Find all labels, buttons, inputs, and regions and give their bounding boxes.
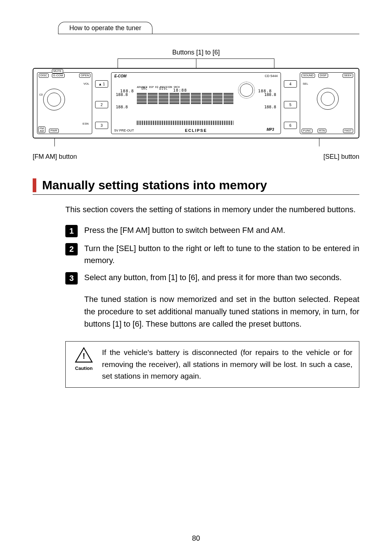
page-number: 80 <box>0 534 392 542</box>
radio-diagram: Buttons [1] to [6] MUTE DISC E-COM OPEN … <box>33 49 359 161</box>
rtn-button[interactable]: RTN <box>318 129 326 133</box>
preset-column-right: 4 5 6 <box>284 72 297 134</box>
seek-button[interactable]: SEEK <box>343 73 353 78</box>
preset-button-3[interactable]: 3 <box>95 122 108 129</box>
preset-button-6[interactable]: 6 <box>284 122 297 129</box>
fm-am-button[interactable]: FM AM <box>38 126 45 133</box>
open-button[interactable]: OPEN <box>79 73 90 78</box>
step-text-2: Turn the [SEL] button to the right or le… <box>84 242 359 266</box>
ecom-button[interactable]: E-COM <box>52 73 65 78</box>
section-accent-bar <box>33 178 36 192</box>
preset-button-4[interactable]: 4 <box>284 80 297 88</box>
lcd-freq-2: 188.8 <box>116 92 128 97</box>
lcd-tags: ADVANCE DSP EQ POSITION SRCH <box>137 86 180 89</box>
sel-label: SEL <box>302 82 309 86</box>
preset-button-5[interactable]: 5 <box>284 101 297 108</box>
disc-button[interactable]: DISC <box>39 73 49 78</box>
mute-button[interactable]: MUTE <box>52 69 63 73</box>
step-2: 2 Turn the [SEL] button to the right or … <box>65 242 359 266</box>
disp-button[interactable]: DISP <box>318 73 328 78</box>
car-stereo-faceplate: MUTE DISC E-COM OPEN VOL CD ESN FM AM PW… <box>33 68 359 138</box>
section-heading: Manually setting stations into memory <box>33 178 359 195</box>
step-text-3: Select any button, from [1] to [6], and … <box>84 271 359 284</box>
caution-label: Caution <box>72 366 95 371</box>
left-control-panel: MUTE DISC E-COM OPEN VOL CD ESN FM AM PW… <box>37 72 92 134</box>
spectrum-analyzer <box>137 93 233 104</box>
fast-button[interactable]: FAST <box>343 129 353 133</box>
lcd-r2: 188.8 <box>264 92 276 97</box>
eclipse-logo: ECLIPSE <box>185 128 207 133</box>
preout-label: 5V PRE-OUT <box>114 129 134 132</box>
preset-button-1[interactable]: ▲ 1 <box>95 80 108 88</box>
vol-label: VOL <box>82 82 90 86</box>
caution-text: If the vehicle's battery is disconnected… <box>102 347 352 382</box>
section-intro: This section covers the setting of stati… <box>65 203 359 215</box>
header-tab-wrap: How to operate the tuner <box>58 22 359 34</box>
step-1: 1 Press the [FM AM] button to switch bet… <box>65 224 359 237</box>
step-number-3: 3 <box>65 272 78 284</box>
sel-knob[interactable] <box>317 88 339 110</box>
volume-knob[interactable] <box>43 89 65 110</box>
sun-icon <box>240 84 253 97</box>
model-label: CD 5444 <box>265 74 278 78</box>
step-text-1: Press the [FM AM] button to switch betwe… <box>84 224 359 237</box>
diagram-top-label: Buttons [1] to [6] <box>33 49 359 56</box>
diagram-right-label: [SEL] button <box>323 153 359 161</box>
cd-label: CD <box>38 93 44 96</box>
preset-button-2[interactable]: 2 <box>95 101 108 108</box>
svg-text:!: ! <box>82 351 85 360</box>
brand-label: E-COM <box>114 74 126 78</box>
lcd-dot-matrix <box>137 121 233 125</box>
caution-box: ! Caution If the vehicle's battery is di… <box>65 341 359 388</box>
esn-label: ESN <box>82 122 90 126</box>
preset-column-left: ▲ 1 2 3 <box>95 72 108 134</box>
header-tab: How to operate the tuner <box>58 22 152 34</box>
pwr-button[interactable]: PWR <box>49 129 59 133</box>
diagram-left-label: [FM AM] button <box>33 153 77 161</box>
step-number-1: 1 <box>65 225 78 237</box>
step-3: 3 Select any button, from [1] to [6], an… <box>65 271 359 284</box>
step-number-2: 2 <box>65 243 78 255</box>
mp3-label: MP3 <box>266 128 274 132</box>
lcd-freq-3: 188.8 <box>116 105 128 109</box>
section-title: Manually setting stations into memory <box>42 178 267 192</box>
lcd-screen: E-COM CD 5444 188.8 SRC DISC 18:88 188.8… <box>111 72 281 134</box>
sound-button[interactable]: SOUND <box>302 73 315 78</box>
result-paragraph: The tuned station is now memorized and s… <box>84 293 359 330</box>
caution-icon: ! Caution <box>72 347 95 382</box>
func-button[interactable]: FUNC <box>302 129 313 133</box>
lcd-r3: 188.8 <box>264 105 276 109</box>
right-control-panel: SOUND DISP SEEK SEL FUNC RTN FAST <box>300 72 355 134</box>
